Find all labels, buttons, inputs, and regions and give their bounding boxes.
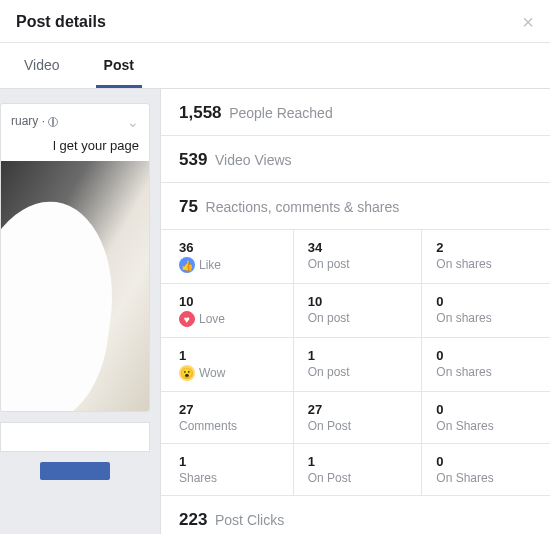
post-preview-card: ruary · ⌄ l get your page [0,103,150,412]
wow-icon: 😮 [179,365,195,381]
globe-icon [48,117,58,127]
cell-comments-onshares: 0 On Shares [421,392,550,443]
like-icon: 👍 [179,257,195,273]
row-wow: 1 😮Wow 1 On post 0 On shares [161,338,550,392]
row-love: 10 ♥Love 10 On post 0 On shares [161,284,550,338]
modal-header: Post details × [0,0,550,43]
post-details-modal: Post details × Video Post ruary · ⌄ l ge… [0,0,550,534]
cell-shares-onshares: 0 On Shares [421,444,550,495]
love-icon: ♥ [179,311,195,327]
tab-video[interactable]: Video [16,43,68,88]
cell-like-onshares: 2 On shares [421,230,550,283]
post-below-card [0,422,150,452]
row-shares: 1 Shares 1 On Post 0 On Shares [161,444,550,496]
close-icon[interactable]: × [522,12,534,32]
stat-video-views: 539 Video Views [161,136,550,183]
cell-like-onpost: 34 On post [293,230,422,283]
stat-engagements: 75 Reactions, comments & shares [161,183,550,230]
cell-love-onshares: 0 On shares [421,284,550,337]
cell-wow-onpost: 1 On post [293,338,422,391]
cell-wow-onshares: 0 On shares [421,338,550,391]
content-area: ruary · ⌄ l get your page 1,558 People R… [0,89,550,534]
cell-love-total: 10 ♥Love [161,284,293,337]
post-text-fragment: l get your page [1,138,149,161]
chevron-down-icon[interactable]: ⌄ [127,114,139,130]
cell-comments-onpost: 27 On Post [293,392,422,443]
cell-comments-total: 27 Comments [161,392,293,443]
stat-post-clicks: 223 Post Clicks [161,496,550,534]
boost-post-button[interactable] [40,462,110,480]
modal-title: Post details [16,13,106,31]
stats-panel: 1,558 People Reached 539 Video Views 75 … [160,89,550,534]
post-preview-column: ruary · ⌄ l get your page [0,89,160,534]
cell-shares-total: 1 Shares [161,444,293,495]
cell-wow-total: 1 😮Wow [161,338,293,391]
cell-like-total: 36 👍Like [161,230,293,283]
row-like: 36 👍Like 34 On post 2 On shares [161,230,550,284]
tab-post[interactable]: Post [96,43,142,88]
cell-shares-onpost: 1 On Post [293,444,422,495]
post-video-thumbnail[interactable] [1,161,149,411]
cell-love-onpost: 10 On post [293,284,422,337]
post-timestamp: ruary · [11,114,58,128]
tab-bar: Video Post [0,43,550,89]
row-comments: 27 Comments 27 On Post 0 On Shares [161,392,550,444]
stat-people-reached: 1,558 People Reached [161,89,550,136]
